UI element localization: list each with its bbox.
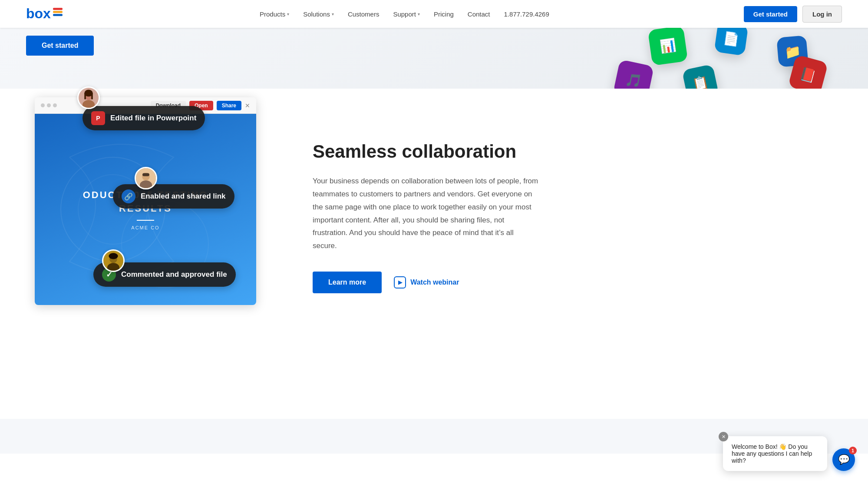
watch-webinar-label: Watch webinar xyxy=(410,278,459,286)
learn-more-button[interactable]: Learn more xyxy=(313,272,382,293)
svg-text:box: box xyxy=(26,6,51,21)
avatar-image-1 xyxy=(79,88,99,108)
nav-customers[interactable]: Customers xyxy=(348,10,380,18)
chat-widget: ✕ Welcome to Box! 👋 Do you have any ques… xyxy=(723,436,855,454)
hero-area: Get started 📊 📄 📁 🎵 📋 📕 xyxy=(0,28,868,89)
avatar-user-1 xyxy=(77,86,100,109)
chat-close-button[interactable]: ✕ xyxy=(719,432,728,441)
avatar-user-2 xyxy=(135,167,157,189)
chat-open-button[interactable]: 💬 1 xyxy=(832,448,855,454)
svg-point-6 xyxy=(83,100,95,109)
activity-badge-powerpoint: P Edited file in Powerpoint xyxy=(83,106,205,130)
svg-rect-16 xyxy=(142,173,149,176)
avatar-face-1 xyxy=(79,86,99,109)
get-started-button[interactable]: Get started xyxy=(744,6,797,22)
chevron-down-icon: ▾ xyxy=(287,12,289,17)
nav-pricing[interactable]: Pricing xyxy=(434,10,454,18)
activity-badge-link: 🔗 Enabled and shared link xyxy=(113,184,234,209)
cta-row: Learn more ▶ Watch webinar xyxy=(313,272,538,293)
badge-link-text: Enabled and shared link xyxy=(141,192,226,201)
section-description: Your business depends on collaboration b… xyxy=(313,175,538,252)
svg-point-20 xyxy=(109,253,118,259)
right-panel: Seamless collaboration Your business dep… xyxy=(269,89,573,328)
nav-contact[interactable]: Contact xyxy=(468,10,490,18)
avatar-image-3 xyxy=(103,251,123,271)
nav-solutions[interactable]: Solutions▾ xyxy=(303,10,334,18)
dot-3 xyxy=(53,103,57,107)
chat-notification-badge: 1 xyxy=(849,447,857,454)
svg-rect-3 xyxy=(53,14,63,16)
svg-rect-8 xyxy=(84,93,86,99)
avatar-user-3 xyxy=(102,249,125,272)
login-button[interactable]: Log in xyxy=(802,6,842,23)
toolbar-dots xyxy=(41,103,57,107)
nav-support[interactable]: Support▾ xyxy=(393,10,420,18)
nav-actions: Get started Log in xyxy=(744,6,842,23)
svg-rect-9 xyxy=(91,93,93,99)
slide-divider xyxy=(137,220,154,221)
floating-icon-doc: 📄 xyxy=(714,28,748,56)
floating-icon-teal: 📋 xyxy=(682,64,719,89)
chat-message: Welcome to Box! 👋 Do you have any questi… xyxy=(732,443,812,454)
floating-icon-music: 🎵 xyxy=(613,60,654,89)
svg-rect-1 xyxy=(53,8,63,10)
badge-approved-text: Commented and approved file xyxy=(121,270,227,279)
floating-icon-chart: 📊 xyxy=(648,28,688,66)
badge-powerpoint-text: Edited file in Powerpoint xyxy=(110,114,196,123)
phone-number: 1.877.729.4269 xyxy=(504,10,549,18)
avatar-image-2 xyxy=(136,168,156,188)
hero-cta-button[interactable]: Get started xyxy=(26,36,94,56)
chat-bubble: ✕ Welcome to Box! 👋 Do you have any ques… xyxy=(723,436,827,454)
powerpoint-icon: P xyxy=(91,111,105,125)
navigation: box Products▾ Solutions▾ Customers Suppo… xyxy=(0,0,868,28)
close-button[interactable]: ✕ xyxy=(245,102,250,109)
avatar-face-2 xyxy=(136,167,156,189)
nav-links: Products▾ Solutions▾ Customers Support▾ … xyxy=(260,10,549,18)
nav-products[interactable]: Products▾ xyxy=(260,10,289,18)
logo-svg: box xyxy=(26,6,65,22)
svg-point-15 xyxy=(140,180,152,189)
dot-1 xyxy=(41,103,45,107)
svg-point-19 xyxy=(107,263,119,272)
chevron-down-icon: ▾ xyxy=(418,12,420,17)
slide-sub: ACME CO xyxy=(83,225,208,230)
svg-rect-2 xyxy=(53,11,63,13)
share-button[interactable]: Share xyxy=(217,101,241,110)
left-panel: P Edited file in Powerpoint Download Ope… xyxy=(26,80,269,331)
link-icon: 🔗 xyxy=(122,189,135,203)
main-content: P Edited file in Powerpoint Download Ope… xyxy=(0,89,868,419)
dot-2 xyxy=(47,103,51,107)
chevron-down-icon: ▾ xyxy=(332,12,334,17)
avatar-face-3 xyxy=(103,249,123,272)
logo[interactable]: box xyxy=(26,6,65,22)
section-title: Seamless collaboration xyxy=(313,141,538,162)
play-icon: ▶ xyxy=(394,276,406,288)
watch-webinar-button[interactable]: ▶ Watch webinar xyxy=(394,276,459,288)
floating-icons: 📊 📄 📁 🎵 📋 📕 xyxy=(564,28,868,89)
